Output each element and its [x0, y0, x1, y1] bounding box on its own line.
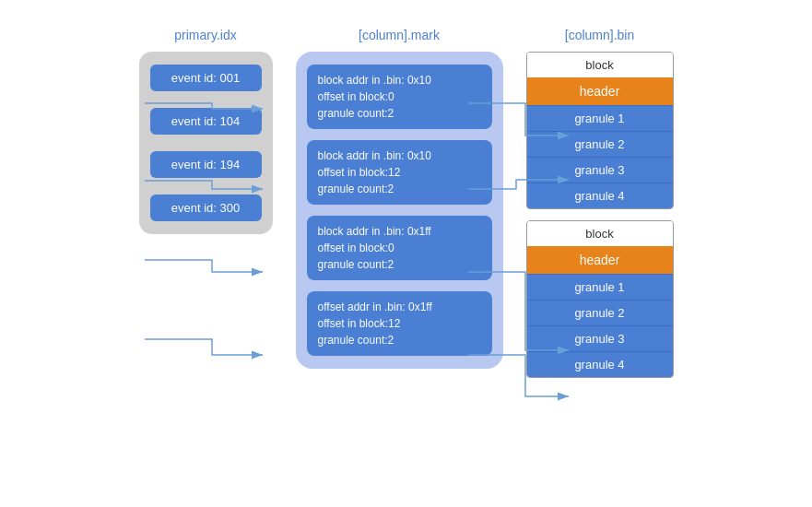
bin-block-0: block header granule 1 granule 2 granule…: [526, 52, 674, 209]
primary-container: event id: 001 event id: 104 event id: 19…: [139, 52, 273, 234]
mark-column: [column].mark block addr in .bin: 0x10 o…: [288, 28, 510, 369]
mark-entry-2: block addr in .bin: 0x1ff offset in bloc…: [307, 216, 492, 280]
event-box-3: event id: 300: [150, 195, 262, 221]
diagram: primary.idx event id: 001 event id: 104 …: [0, 0, 812, 507]
bin-block-1-granule-2: granule 3: [527, 325, 673, 351]
event-box-2: event id: 194: [150, 151, 262, 178]
bin-block-1-title: block: [527, 221, 673, 246]
bin-block-0-granule-0: granule 1: [527, 105, 673, 131]
mark-title: [column].mark: [359, 28, 440, 42]
event-box-0: event id: 001: [150, 65, 262, 91]
bin-block-0-granule-3: granule 4: [527, 183, 673, 208]
primary-title: primary.idx: [174, 28, 236, 42]
bin-title: [column].bin: [565, 28, 634, 42]
bin-block-0-header: header: [527, 77, 673, 105]
bin-block-1-granule-1: granule 2: [527, 300, 673, 325]
bin-column: [column].bin block header granule 1 gran…: [519, 28, 680, 378]
bin-block-1-granule-3: granule 4: [527, 351, 673, 377]
bin-block-0-title: block: [527, 53, 673, 77]
mark-entry-1: block addr in .bin: 0x10 offset in block…: [307, 140, 492, 205]
bin-block-1-granule-0: granule 1: [527, 274, 673, 300]
mark-entry-3: offset addr in .bin: 0x1ff offset in blo…: [307, 291, 492, 356]
bin-block-1: block header granule 1 granule 2 granule…: [526, 220, 674, 378]
primary-column: primary.idx event id: 001 event id: 104 …: [132, 28, 279, 234]
bin-block-0-granule-2: granule 3: [527, 157, 673, 183]
mark-entry-0: block addr in .bin: 0x10 offset in block…: [307, 65, 492, 129]
mark-container: block addr in .bin: 0x10 offset in block…: [296, 52, 503, 369]
bin-blocks: block header granule 1 granule 2 granule…: [526, 52, 674, 378]
bin-block-0-granule-1: granule 2: [527, 131, 673, 157]
event-box-1: event id: 104: [150, 108, 262, 135]
bin-block-1-header: header: [527, 246, 673, 274]
